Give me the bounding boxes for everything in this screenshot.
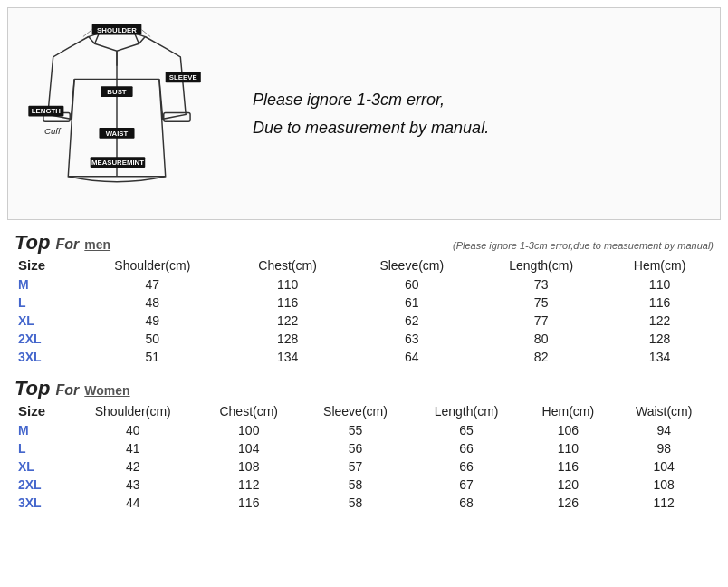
value-cell: 67 <box>411 476 522 494</box>
value-cell: 64 <box>347 348 476 366</box>
svg-text:Cuff: Cuff <box>44 126 62 136</box>
men-table-note: (Please ignore 1-3cm error,due to measue… <box>453 240 714 251</box>
size-cell: XL <box>14 457 68 476</box>
women-col-hem: Hem(cm) <box>522 400 614 421</box>
women-title-gender: Women <box>84 383 129 398</box>
women-col-chest: Chest(cm) <box>197 400 300 421</box>
men-col-sleeve: Sleeve(cm) <box>347 255 476 275</box>
value-cell: 122 <box>228 312 348 330</box>
table-row: M40100556510694 <box>14 421 714 439</box>
value-cell: 82 <box>476 348 606 366</box>
size-cell: M <box>14 275 77 294</box>
table-row: L481166175116 <box>14 294 714 312</box>
value-cell: 112 <box>197 476 300 494</box>
value-cell: 55 <box>300 421 411 439</box>
women-col-shoulder: Shoulder(cm) <box>68 400 197 421</box>
value-cell: 104 <box>197 439 300 457</box>
svg-text:BUST: BUST <box>107 88 126 96</box>
value-cell: 41 <box>68 439 197 457</box>
table-row: XL421085766116104 <box>14 457 714 476</box>
table-row: M471106073110 <box>14 275 714 294</box>
value-cell: 120 <box>522 476 614 494</box>
women-table-block: Top For Women Size Shoulder(cm) Chest(cm… <box>14 377 714 512</box>
value-cell: 94 <box>614 421 714 439</box>
value-cell: 40 <box>68 421 197 439</box>
value-cell: 110 <box>606 275 714 294</box>
women-col-waist: Waist(cm) <box>614 400 714 421</box>
value-cell: 122 <box>606 312 714 330</box>
shirt-diagram: SHOULDER BUST SLEEVE LENGTH WAIST MEASUR… <box>26 17 216 210</box>
value-cell: 80 <box>476 330 606 348</box>
value-cell: 68 <box>411 494 522 512</box>
svg-text:SHOULDER: SHOULDER <box>97 26 137 34</box>
men-col-shoulder: Shoulder(cm) <box>77 255 228 275</box>
image-section: SHOULDER BUST SLEEVE LENGTH WAIST MEASUR… <box>7 7 721 220</box>
value-cell: 73 <box>476 275 606 294</box>
value-cell: 66 <box>411 439 522 457</box>
value-cell: 48 <box>77 294 228 312</box>
value-cell: 75 <box>476 294 606 312</box>
value-cell: 44 <box>68 494 197 512</box>
notice-line1: Please ignore 1-3cm error, <box>253 86 702 114</box>
value-cell: 116 <box>522 457 614 476</box>
value-cell: 108 <box>614 476 714 494</box>
men-title-top: Top <box>14 231 51 255</box>
value-cell: 47 <box>77 275 228 294</box>
value-cell: 134 <box>228 348 348 366</box>
value-cell: 63 <box>347 330 476 348</box>
value-cell: 51 <box>77 348 228 366</box>
women-col-size: Size <box>14 400 68 421</box>
table-row: 3XL511346482134 <box>14 348 714 366</box>
svg-text:WAIST: WAIST <box>106 130 129 138</box>
value-cell: 126 <box>522 494 614 512</box>
men-title-row: Top For men (Please ignore 1-3cm error,d… <box>14 231 714 255</box>
value-cell: 110 <box>522 439 614 457</box>
value-cell: 65 <box>411 421 522 439</box>
women-col-length: Length(cm) <box>411 400 522 421</box>
value-cell: 128 <box>606 330 714 348</box>
size-cell: M <box>14 421 68 439</box>
value-cell: 128 <box>228 330 348 348</box>
women-size-table: Size Shoulder(cm) Chest(cm) Sleeve(cm) L… <box>14 400 714 512</box>
women-header-row: Size Shoulder(cm) Chest(cm) Sleeve(cm) L… <box>14 400 714 421</box>
value-cell: 112 <box>614 494 714 512</box>
women-title-row: Top For Women <box>14 377 714 400</box>
size-cell: XL <box>14 312 77 330</box>
value-cell: 62 <box>347 312 476 330</box>
table-row: 2XL501286380128 <box>14 330 714 348</box>
notice-line2: Due to measurement by manual. <box>253 114 702 142</box>
value-cell: 43 <box>68 476 197 494</box>
value-cell: 134 <box>606 348 714 366</box>
men-title-gender: men <box>84 237 110 252</box>
value-cell: 98 <box>614 439 714 457</box>
value-cell: 49 <box>77 312 228 330</box>
value-cell: 58 <box>300 476 411 494</box>
notice-text: Please ignore 1-3cm error, Due to measur… <box>216 86 702 141</box>
table-row: 3XL441165868126112 <box>14 494 714 512</box>
value-cell: 110 <box>228 275 348 294</box>
value-cell: 108 <box>197 457 300 476</box>
women-title-top: Top <box>14 377 51 400</box>
value-cell: 57 <box>300 457 411 476</box>
table-row: 2XL431125867120108 <box>14 476 714 494</box>
value-cell: 106 <box>522 421 614 439</box>
value-cell: 61 <box>347 294 476 312</box>
value-cell: 58 <box>300 494 411 512</box>
tables-section: Top For men (Please ignore 1-3cm error,d… <box>0 227 728 537</box>
value-cell: 116 <box>197 494 300 512</box>
value-cell: 60 <box>347 275 476 294</box>
size-cell: L <box>14 294 77 312</box>
value-cell: 104 <box>614 457 714 476</box>
men-table-block: Top For men (Please ignore 1-3cm error,d… <box>14 231 714 366</box>
men-size-table: Size Shoulder(cm) Chest(cm) Sleeve(cm) L… <box>14 255 714 366</box>
svg-text:SLEEVE: SLEEVE <box>169 73 197 82</box>
men-col-length: Length(cm) <box>476 255 606 275</box>
size-cell: L <box>14 439 68 457</box>
table-row: L41104566611098 <box>14 439 714 457</box>
value-cell: 42 <box>68 457 197 476</box>
svg-text:LENGTH: LENGTH <box>32 107 61 115</box>
table-row: XL491226277122 <box>14 312 714 330</box>
value-cell: 116 <box>228 294 348 312</box>
value-cell: 50 <box>77 330 228 348</box>
value-cell: 66 <box>411 457 522 476</box>
